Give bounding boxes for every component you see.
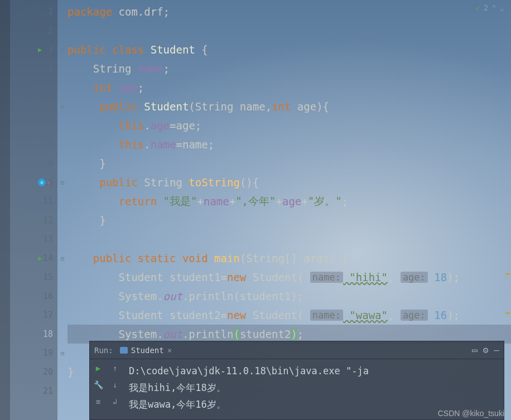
inlay-hint: age: — [401, 272, 428, 283]
inlay-hint: age: — [401, 310, 428, 321]
gutter-row[interactable]: 1 — [10, 2, 57, 21]
code-line[interactable]: } — [68, 211, 511, 230]
gutter-row[interactable]: ▶3⊟ — [10, 40, 57, 59]
gutter-row[interactable]: 6⊟ — [10, 97, 57, 116]
code-line[interactable]: return "我是"+name+",今年"+age+"岁。"; — [68, 192, 511, 211]
stripe-mark[interactable] — [505, 312, 510, 314]
gutter-row[interactable]: 11 — [10, 192, 57, 211]
run-tool-window: Run: Student × ▭ ⚙ — ▶ 🔧 ≡ ↑ ↓ ↲ D:\code… — [89, 341, 504, 420]
run-toolbar: ▶ 🔧 ≡ — [90, 359, 107, 419]
line-number: 1 — [48, 7, 53, 17]
run-tab[interactable]: Student × — [120, 346, 172, 355]
code-line[interactable]: public Student(String name,int age){ — [68, 97, 511, 116]
line-number: 11 — [43, 196, 53, 206]
line-number: 3 — [48, 45, 53, 55]
gutter-row[interactable]: o10⊟ — [10, 173, 57, 192]
code-line[interactable]: this.name=name; — [68, 135, 511, 154]
gutter-row[interactable]: 15 — [10, 268, 57, 287]
inlay-hint: name: — [310, 272, 343, 283]
gutter-row[interactable]: 17 — [10, 306, 57, 325]
up-arrow-icon[interactable]: ↑ — [113, 364, 117, 373]
line-number: 20 — [43, 367, 53, 377]
gutter-row[interactable]: 9 — [10, 154, 57, 173]
gutter-row[interactable]: 2 — [10, 21, 57, 40]
left-tool-strip[interactable] — [0, 0, 10, 420]
code-line[interactable]: package com.drf; — [68, 2, 511, 21]
gutter-row[interactable]: 5 — [10, 78, 57, 97]
problem-count: 2 — [484, 3, 488, 12]
code-line[interactable]: System.out.println(student1); — [68, 287, 511, 306]
code-line[interactable]: this.age=age; — [68, 116, 511, 135]
down-arrow-icon[interactable]: ↓ — [113, 380, 117, 389]
code-line[interactable]: Student student2=new Student( name: "waw… — [68, 306, 511, 325]
code-line[interactable]: String name; — [68, 59, 511, 78]
code-line[interactable]: Student student1=new Student( name: "hih… — [68, 268, 511, 287]
stack-icon[interactable]: ≡ — [96, 397, 100, 406]
code-line[interactable]: public String toString(){ — [68, 173, 511, 192]
line-number: 14 — [43, 253, 53, 263]
stripe-mark[interactable] — [505, 273, 510, 275]
line-number: 7 — [48, 120, 53, 131]
run-tab-label: Student — [131, 346, 164, 355]
line-number: 13 — [43, 234, 53, 244]
watermark: CSDN @kiko_tsuki — [438, 409, 504, 418]
minimize-icon[interactable]: — — [494, 345, 499, 355]
console-line: 我是hihi,今年18岁。 — [129, 379, 498, 396]
line-number: 12 — [43, 215, 53, 225]
code-line[interactable]: int age; — [68, 78, 511, 97]
line-number: 8 — [48, 139, 53, 149]
inspection-indicator[interactable]: ✓ 2 ⌃ ⌄ — [475, 3, 504, 12]
gutter-row[interactable]: 7 — [10, 116, 57, 135]
run-gutter-icon[interactable]: ▶ — [38, 46, 42, 54]
gutter-row[interactable]: 19⊟ — [10, 344, 57, 363]
line-number: 9 — [48, 158, 53, 168]
line-number: 16 — [43, 291, 53, 301]
line-number: 18 — [43, 329, 53, 339]
line-number: 5 — [48, 83, 53, 93]
code-line[interactable]: public static void main(String[] args) { — [68, 249, 511, 268]
override-gutter-icon[interactable]: o — [38, 178, 46, 186]
wrap-icon[interactable]: ↲ — [113, 397, 117, 406]
gutter-row[interactable]: 16 — [10, 287, 57, 306]
gutter-row[interactable]: 8 — [10, 135, 57, 154]
gutter-row[interactable]: 4 — [10, 59, 57, 78]
line-number: 4 — [48, 64, 53, 74]
line-number: 6 — [48, 102, 53, 112]
line-number: 2 — [48, 26, 53, 36]
check-icon: ✓ — [475, 3, 480, 12]
console-line: D:\code\java\jdk-11.0.18\bin\java.exe "-… — [129, 363, 498, 379]
gutter-row[interactable]: 13 — [10, 230, 57, 249]
gutter: 1 2 ▶3⊟ 4 5 6⊟ 7 8 9 o10⊟ 11 12 13 ▶14⊟ … — [10, 0, 57, 420]
next-highlight-icon[interactable]: ⌄ — [500, 3, 504, 12]
gutter-row[interactable]: 12 — [10, 211, 57, 230]
run-title: Run: — [94, 346, 113, 355]
code-line[interactable]: public class Student { — [68, 40, 511, 59]
run-nav-toolbar: ↑ ↓ ↲ — [107, 359, 123, 419]
line-number: 15 — [43, 272, 53, 282]
run-gutter-icon[interactable]: ▶ — [38, 254, 42, 262]
wrench-icon[interactable]: 🔧 — [94, 380, 103, 389]
line-number: 17 — [43, 310, 53, 320]
gear-icon[interactable]: ⚙ — [483, 345, 489, 355]
line-number: 21 — [43, 386, 53, 396]
run-header: Run: Student × ▭ ⚙ — — [90, 341, 504, 359]
inlay-hint: name: — [310, 310, 343, 321]
code-line[interactable] — [68, 230, 511, 249]
error-stripe[interactable] — [505, 0, 510, 420]
gutter-row[interactable]: 18 — [10, 325, 57, 344]
prev-highlight-icon[interactable]: ⌃ — [491, 3, 496, 12]
gutter-row[interactable]: 21 — [10, 382, 57, 400]
line-number: 19 — [43, 348, 53, 358]
gutter-row[interactable]: ▶14⊟ — [10, 249, 57, 268]
app-icon — [120, 347, 128, 354]
gutter-row[interactable]: 20 — [10, 363, 57, 382]
code-line[interactable]: } — [68, 154, 511, 173]
rerun-icon[interactable]: ▶ — [96, 364, 100, 373]
layout-icon[interactable]: ▭ — [472, 345, 478, 355]
close-icon[interactable]: × — [167, 346, 172, 355]
code-line[interactable] — [68, 21, 511, 40]
